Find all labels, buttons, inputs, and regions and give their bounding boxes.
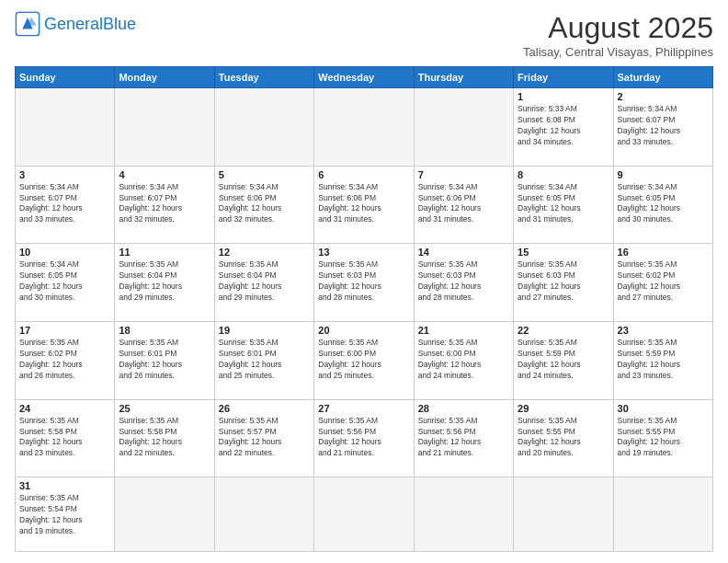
day-number: 11 — [119, 247, 210, 258]
day-number: 10 — [19, 247, 110, 258]
table-row — [115, 477, 214, 552]
table-row: 16Sunrise: 5:35 AMSunset: 6:02 PMDayligh… — [613, 244, 712, 322]
table-row: 29Sunrise: 5:35 AMSunset: 5:55 PMDayligh… — [514, 399, 613, 477]
day-number: 12 — [219, 247, 310, 258]
header-saturday: Saturday — [613, 67, 712, 88]
calendar-week-row: 10Sunrise: 5:34 AMSunset: 6:05 PMDayligh… — [16, 244, 713, 322]
day-info: Sunrise: 5:35 AMSunset: 6:04 PMDaylight:… — [219, 259, 310, 304]
day-number: 23 — [618, 325, 709, 336]
calendar-week-row: 31Sunrise: 5:35 AMSunset: 5:54 PMDayligh… — [16, 477, 713, 552]
calendar: Sunday Monday Tuesday Wednesday Thursday… — [15, 66, 713, 552]
day-number: 4 — [119, 169, 210, 180]
day-number: 13 — [318, 247, 409, 258]
header-monday: Monday — [115, 67, 214, 88]
day-number: 25 — [119, 403, 210, 414]
day-info: Sunrise: 5:35 AMSunset: 5:57 PMDaylight:… — [219, 416, 310, 460]
day-info: Sunrise: 5:35 AMSunset: 5:54 PMDaylight:… — [19, 493, 110, 537]
table-row — [314, 88, 414, 167]
table-row: 27Sunrise: 5:35 AMSunset: 5:56 PMDayligh… — [314, 399, 414, 477]
header-tuesday: Tuesday — [214, 67, 313, 88]
day-info: Sunrise: 5:35 AMSunset: 6:02 PMDaylight:… — [19, 338, 110, 382]
day-info: Sunrise: 5:33 AMSunset: 6:08 PMDaylight:… — [518, 104, 609, 148]
day-number: 24 — [19, 403, 110, 414]
table-row: 24Sunrise: 5:35 AMSunset: 5:58 PMDayligh… — [16, 399, 115, 477]
table-row: 10Sunrise: 5:34 AMSunset: 6:05 PMDayligh… — [16, 244, 115, 322]
table-row: 26Sunrise: 5:35 AMSunset: 5:57 PMDayligh… — [214, 399, 313, 477]
day-info: Sunrise: 5:34 AMSunset: 6:07 PMDaylight:… — [618, 104, 709, 148]
month-title: August 2025 — [523, 11, 713, 45]
table-row: 15Sunrise: 5:35 AMSunset: 6:03 PMDayligh… — [514, 244, 613, 322]
logo-text: GeneralBlue — [44, 15, 136, 34]
table-row: 12Sunrise: 5:35 AMSunset: 6:04 PMDayligh… — [214, 244, 313, 322]
day-info: Sunrise: 5:34 AMSunset: 6:06 PMDaylight:… — [219, 182, 310, 226]
day-info: Sunrise: 5:35 AMSunset: 6:04 PMDaylight:… — [119, 259, 210, 304]
day-info: Sunrise: 5:35 AMSunset: 6:00 PMDaylight:… — [318, 338, 409, 382]
day-info: Sunrise: 5:35 AMSunset: 6:03 PMDaylight:… — [418, 259, 509, 304]
header: GeneralBlue August 2025 Talisay, Central… — [15, 11, 713, 59]
table-row — [414, 88, 513, 167]
table-row: 17Sunrise: 5:35 AMSunset: 6:02 PMDayligh… — [16, 322, 115, 400]
day-info: Sunrise: 5:35 AMSunset: 6:03 PMDaylight:… — [318, 259, 409, 304]
table-row — [115, 88, 214, 167]
table-row — [16, 88, 115, 167]
table-row — [514, 477, 613, 552]
header-wednesday: Wednesday — [314, 67, 414, 88]
table-row: 20Sunrise: 5:35 AMSunset: 6:00 PMDayligh… — [314, 322, 414, 400]
calendar-week-row: 1Sunrise: 5:33 AMSunset: 6:08 PMDaylight… — [16, 88, 713, 167]
day-number: 17 — [19, 325, 110, 336]
day-info: Sunrise: 5:34 AMSunset: 6:05 PMDaylight:… — [618, 182, 709, 226]
day-info: Sunrise: 5:34 AMSunset: 6:07 PMDaylight:… — [19, 182, 110, 226]
header-thursday: Thursday — [414, 67, 513, 88]
day-number: 7 — [418, 169, 509, 180]
day-number: 20 — [318, 325, 409, 336]
table-row: 25Sunrise: 5:35 AMSunset: 5:58 PMDayligh… — [115, 399, 214, 477]
table-row: 6Sunrise: 5:34 AMSunset: 6:06 PMDaylight… — [314, 166, 414, 244]
day-info: Sunrise: 5:35 AMSunset: 6:01 PMDaylight:… — [119, 338, 210, 382]
day-info: Sunrise: 5:35 AMSunset: 6:00 PMDaylight:… — [418, 338, 509, 382]
day-info: Sunrise: 5:35 AMSunset: 5:58 PMDaylight:… — [19, 416, 110, 460]
day-info: Sunrise: 5:35 AMSunset: 5:59 PMDaylight:… — [518, 338, 609, 382]
table-row: 4Sunrise: 5:34 AMSunset: 6:07 PMDaylight… — [115, 166, 214, 244]
day-info: Sunrise: 5:34 AMSunset: 6:07 PMDaylight:… — [119, 182, 210, 226]
day-info: Sunrise: 5:35 AMSunset: 6:03 PMDaylight:… — [518, 259, 609, 304]
calendar-week-row: 17Sunrise: 5:35 AMSunset: 6:02 PMDayligh… — [16, 322, 713, 400]
table-row — [613, 477, 712, 552]
day-info: Sunrise: 5:35 AMSunset: 5:58 PMDaylight:… — [119, 416, 210, 460]
day-number: 3 — [19, 169, 110, 180]
day-info: Sunrise: 5:34 AMSunset: 6:05 PMDaylight:… — [19, 259, 110, 304]
calendar-week-row: 24Sunrise: 5:35 AMSunset: 5:58 PMDayligh… — [16, 399, 713, 477]
day-number: 14 — [418, 247, 509, 258]
table-row: 13Sunrise: 5:35 AMSunset: 6:03 PMDayligh… — [314, 244, 414, 322]
day-info: Sunrise: 5:35 AMSunset: 5:55 PMDaylight:… — [618, 416, 709, 460]
table-row: 30Sunrise: 5:35 AMSunset: 5:55 PMDayligh… — [613, 399, 712, 477]
table-row: 23Sunrise: 5:35 AMSunset: 5:59 PMDayligh… — [613, 322, 712, 400]
day-number: 1 — [518, 91, 609, 102]
table-row: 22Sunrise: 5:35 AMSunset: 5:59 PMDayligh… — [514, 322, 613, 400]
day-info: Sunrise: 5:34 AMSunset: 6:06 PMDaylight:… — [318, 182, 409, 226]
page: GeneralBlue August 2025 Talisay, Central… — [0, 0, 728, 563]
day-info: Sunrise: 5:34 AMSunset: 6:06 PMDaylight:… — [418, 182, 509, 226]
calendar-week-row: 3Sunrise: 5:34 AMSunset: 6:07 PMDaylight… — [16, 166, 713, 244]
header-friday: Friday — [514, 67, 613, 88]
day-number: 21 — [418, 325, 509, 336]
table-row: 21Sunrise: 5:35 AMSunset: 6:00 PMDayligh… — [414, 322, 513, 400]
day-number: 31 — [19, 480, 110, 491]
day-info: Sunrise: 5:35 AMSunset: 5:56 PMDaylight:… — [318, 416, 409, 460]
table-row — [214, 88, 313, 167]
logo-icon — [15, 11, 40, 37]
day-info: Sunrise: 5:35 AMSunset: 6:02 PMDaylight:… — [618, 259, 709, 304]
day-info: Sunrise: 5:35 AMSunset: 6:01 PMDaylight:… — [219, 338, 310, 382]
day-number: 29 — [518, 403, 609, 414]
table-row: 2Sunrise: 5:34 AMSunset: 6:07 PMDaylight… — [613, 88, 712, 167]
day-number: 6 — [318, 169, 409, 180]
table-row: 1Sunrise: 5:33 AMSunset: 6:08 PMDaylight… — [514, 88, 613, 167]
header-sunday: Sunday — [16, 67, 115, 88]
day-number: 26 — [219, 403, 310, 414]
day-number: 19 — [219, 325, 310, 336]
day-info: Sunrise: 5:34 AMSunset: 6:05 PMDaylight:… — [518, 182, 609, 226]
location: Talisay, Central Visayas, Philippines — [523, 45, 713, 59]
weekday-header-row: Sunday Monday Tuesday Wednesday Thursday… — [16, 67, 713, 88]
table-row: 5Sunrise: 5:34 AMSunset: 6:06 PMDaylight… — [214, 166, 313, 244]
table-row — [314, 477, 414, 552]
day-number: 9 — [618, 169, 709, 180]
